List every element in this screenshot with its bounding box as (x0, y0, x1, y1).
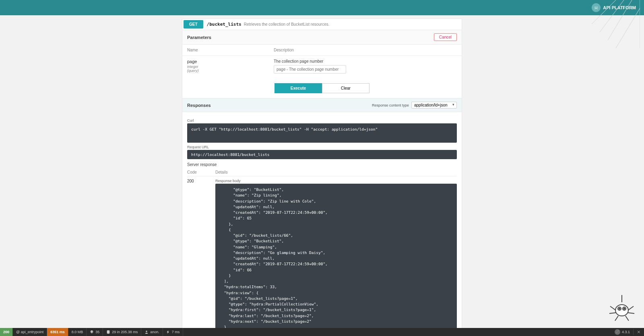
operation-summary[interactable]: GET /bucket_lists Retrieves the collecti… (182, 19, 462, 30)
user-icon (144, 330, 149, 334)
parameters-title: Parameters (187, 35, 211, 40)
response-body-label: Response body (215, 179, 457, 183)
curl-label: Curl (187, 119, 457, 123)
operation-block: GET /bucket_lists Retrieves the collecti… (182, 18, 462, 336)
parameters-header: Parameters Cancel (182, 30, 462, 45)
bolt-icon (166, 330, 170, 334)
debug-version[interactable]: 4.3.1 (611, 329, 634, 335)
param-name: page (187, 59, 197, 64)
resp-header-code: Code (187, 168, 215, 176)
table-row: page integer (query) The collection page… (182, 56, 462, 77)
debug-db-time[interactable]: 29 in 205.38 ms (103, 328, 141, 336)
topbar: API PLATFORM (0, 0, 644, 15)
resp-header-details: Details (215, 168, 457, 176)
database-icon (106, 330, 110, 334)
curl-block[interactable]: curl -X GET "http://localhost:8081/bucke… (187, 123, 457, 143)
svg-point-1 (597, 7, 597, 8)
svg-line-16 (628, 313, 634, 313)
operation-path: /bucket_lists (207, 22, 242, 27)
cancel-button[interactable]: Cancel (434, 33, 457, 41)
param-in: (query) (187, 69, 264, 73)
brand[interactable]: API PLATFORM (592, 3, 636, 12)
svg-line-17 (615, 316, 618, 321)
svg-point-11 (619, 308, 620, 309)
param-header-name: Name (182, 45, 269, 56)
response-inner: Curl curl -X GET "http://localhost:8081/… (182, 112, 462, 336)
parameters-table: Name Description page integer (query) Th… (182, 45, 462, 77)
debug-user[interactable]: anon. (141, 328, 163, 336)
svg-point-0 (595, 7, 596, 8)
param-desc: The collection page number (274, 59, 457, 64)
svg-point-8 (615, 305, 628, 316)
brand-name: API PLATFORM (603, 5, 636, 10)
clear-button[interactable]: Clear (322, 83, 369, 93)
debug-db-count[interactable]: 35 (87, 328, 103, 336)
svg-point-20 (146, 331, 147, 332)
debug-extra[interactable]: 7 ms (163, 328, 184, 336)
svg-point-12 (624, 308, 625, 309)
server-response-label: Server response (187, 162, 457, 167)
svg-line-18 (625, 316, 629, 321)
table-row: 200 Response body "@type": "BucketList",… (187, 176, 457, 336)
svg-line-14 (609, 313, 616, 313)
response-body-block[interactable]: "@type": "BucketList", "name": "Zip lini… (215, 184, 457, 336)
responses-header: Responses Response content type applicat… (182, 98, 462, 112)
debug-memory[interactable]: 8.0 MB (68, 328, 87, 336)
request-url-label: Request URL (187, 145, 457, 149)
symfony-icon (615, 329, 620, 335)
debug-close[interactable] (634, 330, 644, 334)
param-type: integer (187, 65, 264, 69)
method-badge: GET (184, 20, 203, 29)
svg-line-13 (610, 306, 616, 310)
debug-status[interactable]: 200 (0, 328, 13, 336)
execute-button[interactable]: Execute (275, 83, 322, 93)
brand-logo-icon (592, 3, 601, 12)
debug-toolbar[interactable]: 200 @ api_entrypoint 6351 ms 8.0 MB 35 2… (0, 328, 644, 336)
response-code: 200 (187, 176, 215, 336)
layers-icon (90, 330, 94, 334)
execute-row: Execute Clear (182, 77, 462, 98)
responses-title: Responses (187, 103, 211, 108)
content-type-label: Response content type (372, 103, 409, 107)
param-input[interactable] (274, 65, 346, 74)
request-url-block[interactable]: http://localhost:8081/bucket_lists (187, 150, 457, 159)
param-header-desc: Description (269, 45, 462, 56)
debug-time[interactable]: 6351 ms (47, 328, 68, 336)
response-table: Code Details 200 Response body "@type": … (187, 168, 457, 336)
debug-route[interactable]: @ api_entrypoint (13, 328, 47, 336)
operation-desc: Retrieves the collection of BucketList r… (244, 22, 330, 27)
content-type-select[interactable]: application/ld+json (411, 102, 457, 109)
svg-line-15 (628, 306, 634, 310)
mascot-icon (608, 295, 636, 324)
close-icon (637, 330, 641, 334)
